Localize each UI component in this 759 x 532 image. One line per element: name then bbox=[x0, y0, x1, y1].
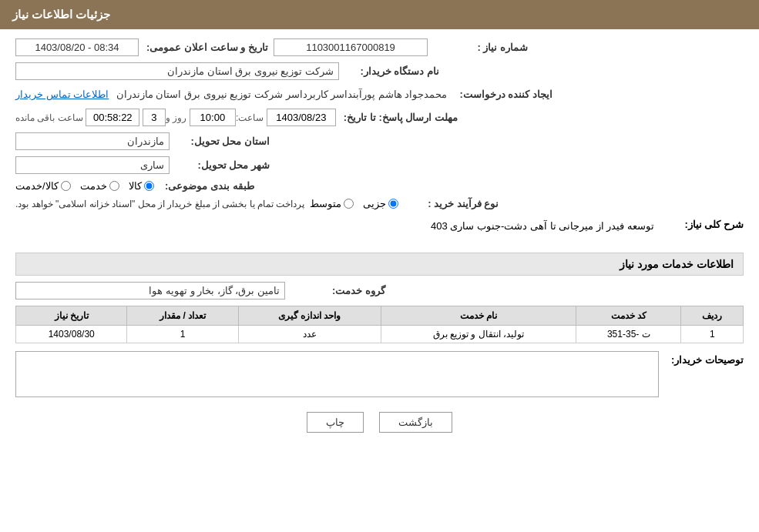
buyer-notes-textarea[interactable] bbox=[15, 351, 659, 397]
deadline-row: مهلت ارسال پاسخ: تا تاریخ: 1403/08/23 سا… bbox=[15, 109, 744, 126]
table-cell-date: 1403/08/30 bbox=[16, 326, 127, 343]
purchase-type-label: نوع فرآیند خرید : bbox=[406, 198, 499, 209]
category-row: طبقه بندی موضوعی: کالا خدمت کالا/خدمت bbox=[15, 180, 744, 192]
niyaz-number-row: شماره نیاز : 1103001167000819 تاریخ و سا… bbox=[15, 38, 744, 56]
category-kala-item: کالا bbox=[129, 180, 154, 192]
province-label: استان محل تحویل: bbox=[177, 136, 270, 147]
purchase-motavaset-radio[interactable] bbox=[344, 199, 354, 209]
services-section-title: اطلاعات خدمات مورد نیاز bbox=[15, 253, 744, 276]
deadline-remaining: 00:58:22 bbox=[86, 109, 139, 126]
tarikh-label: تاریخ و ساعت اعلان عمومی: bbox=[146, 42, 268, 53]
deadline-label: مهلت ارسال پاسخ: تا تاریخ: bbox=[344, 112, 458, 123]
category-kala-khadamat-label: کالا/خدمت bbox=[15, 180, 59, 192]
province-row: استان محل تحویل: مازندران bbox=[15, 132, 744, 150]
page-wrapper: جزئیات اطلاعات نیاز شماره نیاز : 1103001… bbox=[0, 0, 759, 532]
service-group-value: تامین برق، گاز، بخار و تهویه هوا bbox=[15, 282, 285, 299]
col-header-date: تاریخ نیاز bbox=[16, 306, 127, 326]
niyaz-number-label: شماره نیاز : bbox=[435, 42, 528, 53]
category-khadamat-radio[interactable] bbox=[109, 181, 119, 191]
service-group-label: گروه خدمت: bbox=[293, 285, 385, 296]
buyer-org-row: نام دستگاه خریدار: شرکت توزیع نیروی برق … bbox=[15, 62, 744, 80]
description-label: شرح کلی نیاز: bbox=[667, 216, 744, 230]
content-area: شماره نیاز : 1103001167000819 تاریخ و سا… bbox=[0, 29, 759, 457]
description-value: توسعه فیدر از میرجانی تا آهی دشت-جنوب سا… bbox=[15, 216, 659, 246]
category-radio-group: کالا خدمت کالا/خدمت bbox=[15, 180, 154, 192]
creator-label: ایجاد کننده درخواست: bbox=[459, 89, 552, 100]
purchase-type-radio-group: جزیی متوسط bbox=[310, 198, 398, 209]
table-cell-code: ت -35-351 bbox=[576, 326, 681, 343]
deadline-time-label: ساعت: bbox=[236, 112, 264, 123]
city-row: شهر محل تحویل: ساری bbox=[15, 156, 744, 174]
purchase-jozee-radio[interactable] bbox=[388, 199, 398, 209]
category-kala-khadamat-item: کالا/خدمت bbox=[15, 180, 71, 192]
table-cell-qty: 1 bbox=[127, 326, 238, 343]
creator-value: محمدجواد هاشم پورآبنداسر کاربرداسر شرکت … bbox=[112, 86, 452, 102]
back-button[interactable]: بازگشت bbox=[379, 412, 452, 433]
col-header-qty: تعداد / مقدار bbox=[127, 306, 238, 326]
table-header-row: ردیف کد خدمت نام خدمت واحد اندازه گیری ت… bbox=[16, 306, 744, 326]
buyer-org-label: نام دستگاه خریدار: bbox=[347, 65, 439, 77]
buyer-notes-label: توصیحات خریدار: bbox=[667, 351, 744, 366]
deadline-days: 3 bbox=[143, 109, 166, 126]
purchase-note: پرداخت تمام یا بخشی از مبلغ خریدار از مح… bbox=[15, 199, 304, 209]
buttons-row: بازگشت چاپ bbox=[15, 412, 744, 448]
category-label: طبقه بندی موضوعی: bbox=[162, 180, 254, 192]
col-header-code: کد خدمت bbox=[576, 306, 681, 326]
city-value: ساری bbox=[15, 156, 170, 174]
service-group-row: گروه خدمت: تامین برق، گاز، بخار و تهویه … bbox=[15, 282, 744, 299]
col-header-row: ردیف bbox=[681, 306, 744, 326]
contact-link[interactable]: اطلاعات تماس خریدار bbox=[15, 89, 109, 100]
tarikh-value: 1403/08/20 - 08:34 bbox=[15, 38, 139, 56]
table-body: 1ت -35-351تولید، انتقال و توزیع برقعدد11… bbox=[16, 326, 744, 343]
col-header-unit: واحد اندازه گیری bbox=[238, 306, 381, 326]
table-cell-name: تولید، انتقال و توزیع برق bbox=[381, 326, 576, 343]
table-cell-row: 1 bbox=[681, 326, 744, 343]
purchase-motavaset-label: متوسط bbox=[310, 198, 341, 209]
services-table-section: ردیف کد خدمت نام خدمت واحد اندازه گیری ت… bbox=[15, 306, 744, 343]
table-cell-unit: عدد bbox=[238, 326, 381, 343]
creator-row: ایجاد کننده درخواست: محمدجواد هاشم پورآب… bbox=[15, 86, 744, 102]
purchase-type-row: نوع فرآیند خرید : جزیی متوسط پرداخت تمام… bbox=[15, 198, 744, 209]
category-kala-radio[interactable] bbox=[144, 181, 154, 191]
niyaz-number-value: 1103001167000819 bbox=[274, 38, 428, 56]
page-title: جزئیات اطلاعات نیاز bbox=[12, 8, 110, 21]
deadline-date: 1403/08/23 bbox=[267, 109, 336, 126]
buyer-org-value: شرکت توزیع نیروی برق استان مازندران bbox=[15, 62, 339, 80]
purchase-jozee-item: جزیی bbox=[363, 198, 398, 209]
category-kala-khadamat-radio[interactable] bbox=[61, 181, 71, 191]
print-button[interactable]: چاپ bbox=[307, 412, 364, 433]
buyer-notes-row: توصیحات خریدار: bbox=[15, 351, 744, 400]
deadline-remaining-label: ساعت باقی مانده bbox=[15, 112, 83, 123]
category-khadamat-label: خدمت bbox=[80, 180, 107, 192]
table-row: 1ت -35-351تولید، انتقال و توزیع برقعدد11… bbox=[16, 326, 744, 343]
province-value: مازندران bbox=[15, 132, 170, 150]
buyer-notes-container bbox=[15, 351, 659, 400]
col-header-name: نام خدمت bbox=[381, 306, 576, 326]
description-row: شرح کلی نیاز: توسعه فیدر از میرجانی تا آ… bbox=[15, 216, 744, 246]
deadline-day-label: روز و bbox=[166, 112, 186, 123]
description-value-container: توسعه فیدر از میرجانی تا آهی دشت-جنوب سا… bbox=[15, 216, 659, 246]
services-table: ردیف کد خدمت نام خدمت واحد اندازه گیری ت… bbox=[15, 306, 744, 343]
category-kala-label: کالا bbox=[129, 180, 142, 192]
deadline-time: 10:00 bbox=[190, 109, 236, 126]
purchase-motavaset-item: متوسط bbox=[310, 198, 354, 209]
purchase-jozee-label: جزیی bbox=[363, 198, 386, 209]
page-header: جزئیات اطلاعات نیاز bbox=[0, 0, 759, 29]
category-khadamat-item: خدمت bbox=[80, 180, 119, 192]
city-label: شهر محل تحویل: bbox=[177, 159, 270, 171]
